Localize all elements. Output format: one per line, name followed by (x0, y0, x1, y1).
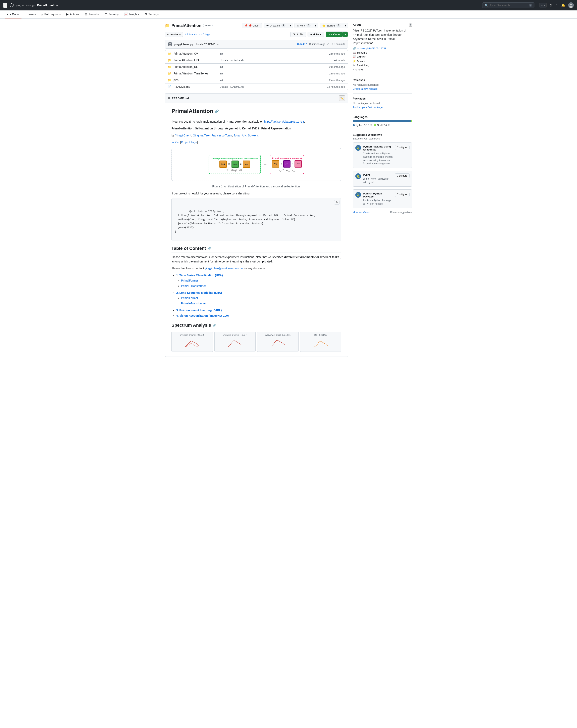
code-icon: <> (329, 33, 332, 36)
toc-item-3-link[interactable]: 3. Reinforcement Learning (D4RL) (176, 309, 222, 312)
file-link[interactable]: PrimalAttention_CV (173, 52, 198, 55)
toc-item-1-link[interactable]: 1. Time Series Classification (UEA) (176, 274, 223, 277)
toc-subitem-link[interactable]: PrimalFormer (181, 279, 198, 282)
file-commit-link[interactable]: init (220, 52, 223, 55)
branches-link[interactable]: ⑃ 1 branch (184, 33, 197, 36)
cite-intro-p: If our project is helpful for your resea… (172, 191, 341, 196)
issues-nav-icon[interactable]: ⊙ (549, 3, 553, 8)
star-button[interactable]: ⭐ Starred 5 (320, 23, 343, 28)
about-arxiv-link[interactable]: 🔗 arxiv.org/abs/2305.19798 (353, 47, 412, 50)
code-tab-icon: <> (7, 12, 11, 16)
dismiss-suggestions-button[interactable]: Dismiss suggestions (390, 211, 412, 214)
tags-link[interactable]: 🏷 0 tags (199, 33, 210, 36)
search-box[interactable]: 🔍 / (482, 2, 534, 8)
author-1-link[interactable]: Yingyi Chen* (175, 134, 191, 137)
star-button-group: ⭐ Starred 5 ▾ (320, 23, 348, 28)
hamburger-button[interactable]: ☰ (3, 3, 7, 8)
activity-link[interactable]: Activity (357, 55, 366, 58)
tab-projects[interactable]: ⊞ Projects (82, 10, 101, 19)
stars-link[interactable]: 5 stars (357, 59, 365, 62)
breadcrumb-user-link[interactable]: yingyichen-cyy (16, 4, 35, 7)
file-commit-link[interactable]: Update run_tasks.sh (220, 59, 244, 62)
github-logo-icon: ⬡ (10, 2, 14, 8)
add-file-button[interactable]: Add file ▾ (307, 32, 324, 37)
more-workflows-link[interactable]: More workflows (353, 211, 370, 214)
commit-message-link[interactable]: Update README.md (195, 43, 220, 46)
tab-issues[interactable]: ○ Issues (22, 10, 39, 19)
tab-pull-requests[interactable]: ⑃ Pull requests (39, 10, 63, 19)
tab-actions[interactable]: ▶ Actions (64, 10, 81, 19)
fork-dropdown[interactable]: ▾ (313, 23, 318, 28)
configure-pylint-button[interactable]: Configure (395, 173, 409, 178)
author-3-link[interactable]: Francesco Tonin (211, 134, 232, 137)
code-dropdown[interactable]: ▾ (343, 32, 348, 37)
about-description: (NeurIPS 2023) PyTorch implementation of… (353, 28, 412, 45)
star-count: 5 (336, 24, 341, 27)
fork-button[interactable]: ⑃ Fork 0 (295, 23, 313, 28)
list-item: PrimalFormer (181, 296, 341, 300)
tab-settings[interactable]: ⚙ Settings (142, 10, 161, 19)
repo-action-buttons: 📌 📌 Unpin 👁 Unwatch 3 ▾ ⑃ Fork 0 (242, 23, 348, 28)
about-gear-button[interactable]: ⚙ (409, 23, 412, 26)
watching-link[interactable]: 3 watching (356, 64, 369, 67)
file-link[interactable]: pics (173, 78, 178, 82)
readme-edit-button[interactable]: ✏️ (339, 96, 345, 101)
file-commit-link[interactable]: init (220, 72, 223, 75)
file-commit-link[interactable]: init (220, 79, 223, 82)
workflow-name-2: Pylint (363, 173, 393, 176)
tab-insights[interactable]: 📈 Insights (122, 10, 141, 19)
author-4-link[interactable]: Johan A.K. Suykens (233, 134, 258, 137)
pull-requests-nav-icon[interactable]: ⑃ (555, 3, 558, 8)
watch-dropdown[interactable]: ▾ (288, 23, 293, 28)
toc-link-icon: 🔗 (207, 247, 211, 250)
star-dropdown[interactable]: ▾ (343, 23, 348, 28)
author-2-link[interactable]: Qinghua Tao* (193, 134, 210, 137)
contact-email-link[interactable]: yingyi.chen@esat.kuleuven.be (205, 267, 243, 270)
file-commit-link[interactable]: init (220, 66, 223, 69)
file-link[interactable]: PrimalAttention_LRA (173, 59, 200, 62)
publish-package-link[interactable]: Publish your first package (353, 106, 383, 109)
file-link[interactable]: PrimalAttention_TimeSeries (173, 72, 208, 75)
code-button[interactable]: <> Code (326, 32, 343, 37)
notifications-icon[interactable]: 🔔 (560, 3, 566, 8)
arxiv-text-link[interactable]: arXiv (172, 141, 179, 144)
search-input[interactable] (490, 4, 528, 7)
forks-icon: ⑃ (353, 68, 354, 71)
workflows-box: Suggested Workflows Based on your tech s… (353, 133, 412, 214)
toc-subitem-link[interactable]: Primal+Transformer (181, 284, 206, 288)
watch-button[interactable]: 👁 Unwatch 3 (264, 23, 288, 28)
file-link[interactable]: README.md (173, 85, 190, 88)
search-icon: 🔍 (485, 4, 488, 7)
toc-subitem-link[interactable]: Primal+Transformer (181, 302, 206, 305)
file-link[interactable]: PrimalAttention_RL (173, 65, 198, 69)
goto-file-button[interactable]: Go to file (290, 32, 306, 37)
actions-tab-icon: ▶ (66, 12, 69, 16)
arxiv-link[interactable]: https://arxiv.org/abs/2305.19798 (264, 120, 304, 123)
file-table: 📁 PrimalAttention_CV init 2 months ago 📁… (165, 50, 348, 90)
toc-item-4-link[interactable]: 4. Vision Recognization (ImageNet-100) (176, 314, 229, 317)
tab-code[interactable]: <> Code (5, 10, 22, 19)
file-commit-link[interactable]: Update README.md (220, 85, 244, 88)
chart-layers-891011: Overview of layers [8,9,10,11] (257, 332, 299, 352)
user-avatar[interactable] (568, 2, 574, 8)
chart-layers-0123: Overview of layers [0,1,2,3] (172, 332, 213, 352)
configure-publish-button[interactable]: Configure (395, 192, 409, 197)
new-item-button[interactable]: + ▾ (539, 3, 547, 8)
readme-link[interactable]: Readme (357, 51, 367, 54)
forks-link[interactable]: 0 forks (355, 68, 363, 71)
toc-item-2-link[interactable]: 2. Long Sequence Modeling (LRA) (176, 291, 222, 294)
shell-color-dot (374, 124, 376, 126)
copy-code-button[interactable]: ⧉ (334, 200, 340, 205)
tab-security[interactable]: 🛡 Security (102, 10, 121, 19)
commit-hash-link[interactable]: 46144a7 (297, 43, 307, 46)
commits-count-link[interactable]: ⑀ 5 commits (332, 43, 345, 46)
workflow-content-1: Python Package using Anaconda Create and… (363, 145, 393, 165)
create-release-link[interactable]: Create a new release (353, 87, 378, 90)
language-bar (353, 120, 412, 122)
unpin-button[interactable]: 📌 📌 Unpin (242, 23, 262, 28)
branch-selector[interactable]: ⑃ master ▾ (165, 32, 183, 37)
configure-anaconda-button[interactable]: Configure (395, 145, 409, 150)
toc-subitem-link[interactable]: PrimalFormer (181, 296, 198, 300)
project-page-link[interactable]: Project Page (181, 141, 197, 144)
clock-icon: ⏱ (327, 43, 330, 46)
